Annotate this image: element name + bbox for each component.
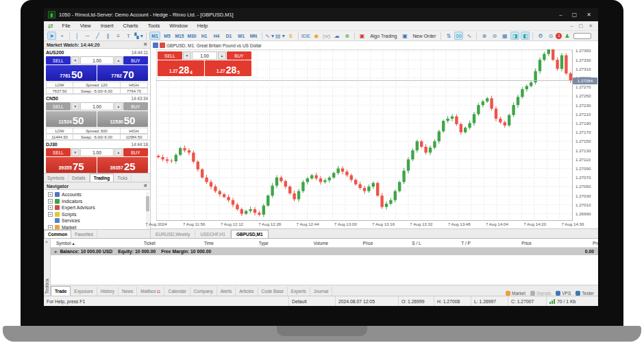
line-chart-icon[interactable]: ∿: [465, 32, 473, 40]
toolbox-tab-company[interactable]: Company: [190, 287, 217, 296]
expand-plus-icon[interactable]: +: [48, 192, 53, 197]
zoom-out-icon[interactable]: ⊖: [490, 32, 499, 40]
volume-input[interactable]: 1.00: [80, 102, 114, 110]
grid-icon[interactable]: ▦: [500, 32, 509, 40]
mdi-minimize-button[interactable]: –: [571, 23, 573, 29]
navigator-tab-favorites[interactable]: Favorites: [71, 230, 97, 238]
toolbox-tab-journal[interactable]: Journal: [310, 287, 332, 296]
column-profit[interactable]: Profit: [593, 241, 598, 246]
timeframe-d1[interactable]: D1: [223, 32, 234, 40]
navigator-item-indicators[interactable]: +Indicators: [48, 198, 150, 205]
chart-type-icon[interactable]: [153, 43, 158, 48]
chart-sell-price[interactable]: 1.27284: [158, 60, 204, 76]
chart-sell-button[interactable]: SELL: [158, 51, 182, 60]
column-time[interactable]: Time: [204, 241, 214, 246]
timeframe-h1[interactable]: H1: [199, 32, 210, 40]
vps-item[interactable]: VPS: [556, 291, 571, 296]
algo-trading-stop-icon[interactable]: ▣: [358, 32, 367, 40]
toolbox-tab-calendar[interactable]: Calendar: [164, 287, 190, 296]
crosshair-tool-icon[interactable]: +: [58, 32, 66, 40]
column-ticket[interactable]: Ticket: [144, 241, 156, 246]
menu-file[interactable]: File: [58, 23, 75, 29]
market-watch-tab-trading[interactable]: Trading: [90, 174, 114, 182]
menu-window[interactable]: Window: [164, 23, 193, 29]
volume-up-button[interactable]: ▴: [114, 102, 123, 110]
chart-tab-eurusd-weekly[interactable]: EURUSD,Weekly: [151, 230, 195, 238]
toolbox-tab-trade[interactable]: Trade: [51, 286, 71, 296]
expand-plus-icon[interactable]: +: [48, 205, 53, 210]
navigator-item-scripts[interactable]: +Scripts: [48, 211, 150, 218]
menu-help[interactable]: Help: [193, 23, 212, 29]
close-button[interactable]: ✕: [586, 12, 591, 18]
signals-item[interactable]: Signals: [530, 291, 551, 296]
buy-button[interactable]: BUY: [123, 148, 148, 156]
column-price[interactable]: Price: [362, 241, 373, 246]
volume-up-button[interactable]: ▴: [114, 56, 123, 64]
cursor-tool-icon[interactable]: ➤: [47, 32, 56, 40]
buy-button[interactable]: BUY: [123, 56, 148, 64]
expand-plus-icon[interactable]: +: [48, 212, 53, 217]
minimize-button[interactable]: –: [559, 12, 562, 18]
indicators-icon[interactable]: ∿ ▾: [265, 32, 274, 40]
chart-volume-up-button[interactable]: ▴: [218, 51, 226, 60]
timeframe-m15[interactable]: M15: [174, 32, 185, 40]
zoom-in-icon[interactable]: ⊕: [480, 32, 488, 40]
new-order-button[interactable]: New Order: [410, 32, 438, 40]
chart-volume-down-button[interactable]: ▾: [183, 51, 191, 60]
column-sl[interactable]: S / L: [412, 241, 421, 246]
arrange-right-icon[interactable]: ◧: [521, 32, 530, 40]
shapes-tool-icon[interactable]: ▚ ▾: [134, 32, 143, 40]
bid-price[interactable]: 1152450: [46, 111, 97, 127]
mdi-restore-button[interactable]: ▢: [579, 23, 584, 29]
arrange-left-icon[interactable]: ◨: [510, 32, 519, 40]
vertical-line-tool-icon[interactable]: │: [73, 32, 82, 40]
mdi-close-button[interactable]: ✕: [589, 23, 593, 29]
tick-chart-icon[interactable]: 00: [454, 32, 463, 40]
volume-down-button[interactable]: ▾: [71, 102, 79, 110]
community-globe-icon[interactable]: ⊕: [343, 32, 351, 40]
ask-price[interactable]: 776270: [97, 65, 148, 81]
navigator-scrollbar[interactable]: [146, 192, 149, 233]
timeframe-w1[interactable]: W1: [236, 32, 247, 40]
toolbox-tab-alerts[interactable]: Alerts: [217, 287, 236, 296]
channel-tool-icon[interactable]: ∥: [103, 32, 112, 40]
connection-status-icon[interactable]: ♟: [562, 32, 571, 40]
volume-input[interactable]: 1.00: [80, 148, 114, 156]
price-levels-icon[interactable]: ⇅: [444, 32, 453, 40]
navigator-item-expert-advisors[interactable]: +Expert Advisors: [48, 204, 150, 211]
column-volume[interactable]: Volume: [314, 241, 329, 246]
chart-tab-gbpusd-m1[interactable]: GBPUSD,M1: [231, 230, 269, 238]
ask-price[interactable]: 3935725: [97, 157, 148, 173]
toolbox-close-icon[interactable]: ×: [45, 239, 48, 244]
toolbox-tab-code-base[interactable]: Code Base: [258, 287, 288, 296]
tester-item[interactable]: Tester: [575, 291, 594, 296]
new-order-icon[interactable]: ▣: [400, 32, 409, 40]
timeframe-h4[interactable]: H4: [211, 32, 222, 40]
chart-volume-input[interactable]: 1.00: [192, 51, 217, 60]
sell-button[interactable]: SELL: [46, 148, 71, 156]
notifications-badge-icon[interactable]: 1: [556, 33, 562, 39]
trendline-tool-icon[interactable]: ╱: [93, 32, 102, 40]
navigator-close-icon[interactable]: ✕: [143, 183, 147, 189]
algo-trading-button[interactable]: Algo Trading: [368, 32, 399, 40]
chart-tab-usdchf-h1[interactable]: USDCHF,H1: [195, 230, 230, 238]
search-icon[interactable]: ⊙: [546, 32, 555, 40]
column-tp[interactable]: T / P: [461, 241, 471, 246]
settings-gear-icon[interactable]: ⚙: [536, 32, 545, 40]
expand-plus-icon[interactable]: +: [48, 199, 53, 204]
toolbox-tab-news[interactable]: News: [119, 287, 137, 296]
menu-view[interactable]: View: [75, 23, 96, 29]
toolbox-tab-articles[interactable]: Articles: [236, 287, 258, 296]
navigator-item-services[interactable]: Services: [48, 217, 150, 224]
ide-icon[interactable]: IDE: [301, 32, 310, 40]
market-watch-close-icon[interactable]: ✕: [143, 42, 147, 47]
maximize-button[interactable]: ▢: [572, 12, 578, 18]
navigator-item-accounts[interactable]: +Accounts: [48, 191, 150, 198]
menu-insert[interactable]: Insert: [96, 23, 119, 29]
vps-cloud-icon[interactable]: ☁: [332, 32, 341, 40]
market-watch-tab-ticks[interactable]: Ticks: [114, 174, 132, 182]
timeframe-mn[interactable]: MN: [248, 32, 259, 40]
chart-buy-button[interactable]: BUY: [227, 51, 251, 60]
text-tool-icon[interactable]: T: [124, 32, 133, 40]
volume-down-button[interactable]: ▾: [71, 148, 79, 156]
